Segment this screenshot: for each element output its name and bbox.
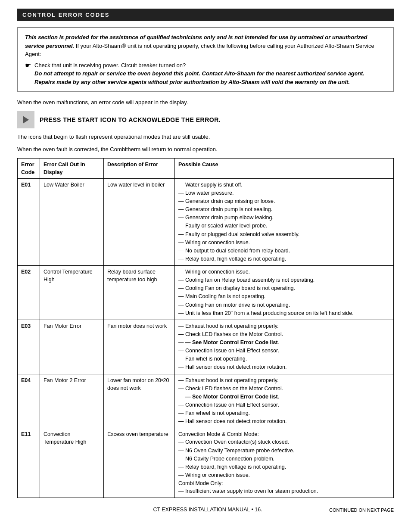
table-row: E03 Fan Motor Error Fan motor does not w… [18,320,394,374]
cause-e04: Exhaust hood is not operating properly. … [175,374,394,428]
table-row: E01 Low Water Boiler Low water level in … [18,178,394,265]
error-code-e03: E03 [18,320,40,374]
cause-e11: Convection Mode & Combi Mode: Convection… [175,428,394,498]
play-icon [17,111,34,128]
intro-text-1: When the oven malfunctions, an error cod… [17,98,394,107]
bullet-icon: ☛ [25,61,31,70]
th-error-code: Error Code [18,158,40,178]
description-e02: Relay board surface temperature too high [104,266,175,320]
error-code-e11: E11 [18,428,40,498]
description-e01: Low water level in boiler [104,178,175,265]
th-cause: Possible Cause [175,158,394,178]
bullet-content: Check that unit is receiving power. Circ… [34,61,386,87]
callout-e02: Control Temperature High [40,266,104,320]
error-code-e04: E04 [18,374,40,428]
error-codes-table: Error Code Error Call Out in Display Des… [17,158,394,498]
header-title: CONTROL ERROR CODES [22,12,109,18]
callout-e03: Fan Motor Error [40,320,104,374]
press-start-box: PRESS THE START ICON TO ACKNOWLEDGE THE … [17,111,394,128]
warning-box: This section is provided for the assista… [17,27,394,92]
section-header: CONTROL ERROR CODES [17,9,394,21]
description-e03: Fan motor does not work [104,320,175,374]
callout-e04: Fan Motor 2 Error [40,374,104,428]
svg-marker-0 [23,116,29,124]
footer-manual: CT EXPRESS INSTALLATION MANUAL • 16. [86,507,329,513]
callout-e11: Convection Temperature High [40,428,104,498]
warning-bullet1-italic: Do not attempt to repair or service the … [34,70,364,85]
warning-normal: If your Alto-Shaam® unit is not operatin… [25,43,374,58]
footer: CT EXPRESS INSTALLATION MANUAL • 16. CON… [17,507,394,513]
table-row: E04 Fan Motor 2 Error Lower fan motor on… [18,374,394,428]
warning-bullet: ☛ Check that unit is receiving power. Ci… [25,61,386,87]
description-e04: Lower fan motor on 20•20 does not work [104,374,175,428]
cause-e02: Wiring or connection issue. Cooling fan … [175,266,394,320]
press-start-text: PRESS THE START ICON TO ACKNOWLEDGE THE … [40,116,221,123]
error-code-e02: E02 [18,266,40,320]
cause-e01: Water supply is shut off. Low water pres… [175,178,394,265]
table-row: E11 Convection Temperature High Excess o… [18,428,394,498]
th-callout: Error Call Out in Display [40,158,104,178]
th-description: Description of Error [104,158,175,178]
description-e11: Excess oven temperature [104,428,175,498]
warning-line1: This section is provided for the assista… [25,33,386,59]
table-row: E02 Control Temperature High Relay board… [18,266,394,320]
warning-bullet1-text: Check that unit is receiving power. Circ… [34,62,186,68]
callout-e01: Low Water Boiler [40,178,104,265]
intro-text-3: When the oven fault is corrected, the Co… [17,145,394,154]
cause-e03: Exhaust hood is not operating properly. … [175,320,394,374]
error-code-e01: E01 [18,178,40,265]
footer-continued: CONTINUED ON NEXT PAGE [329,507,394,513]
intro-text-2: The icons that begin to flash represent … [17,133,394,141]
